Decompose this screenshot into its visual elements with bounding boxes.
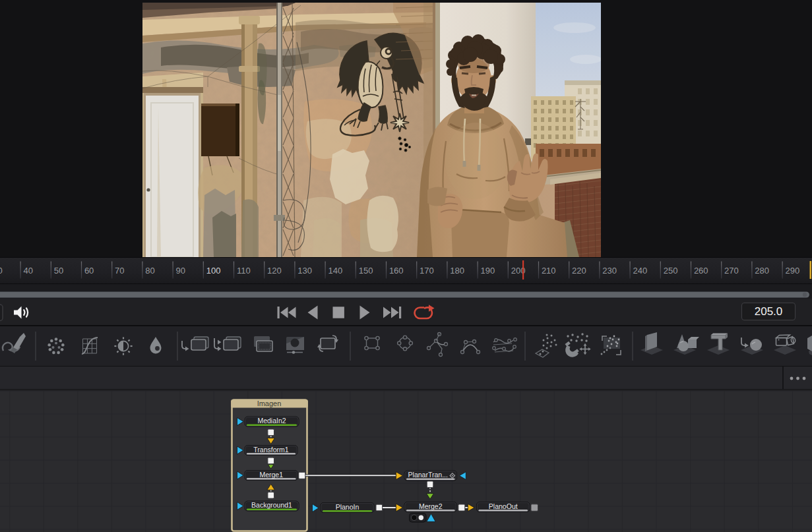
svg-text:230: 230 xyxy=(602,266,617,276)
svg-text:210: 210 xyxy=(542,266,556,276)
svg-text:160: 160 xyxy=(389,266,404,276)
svg-text:110: 110 xyxy=(237,266,251,276)
svg-text:PlanoIn: PlanoIn xyxy=(336,503,359,511)
svg-text:120: 120 xyxy=(267,266,282,276)
svg-text:240: 240 xyxy=(633,266,648,276)
svg-text:Transform1: Transform1 xyxy=(253,446,288,454)
svg-text:250: 250 xyxy=(664,266,678,276)
svg-text:90: 90 xyxy=(176,266,185,276)
svg-text:280: 280 xyxy=(755,266,769,276)
svg-text:290: 290 xyxy=(786,266,800,276)
svg-text:60: 60 xyxy=(84,266,94,276)
svg-text:100: 100 xyxy=(206,266,221,276)
svg-text:80: 80 xyxy=(145,266,154,276)
svg-text:190: 190 xyxy=(481,266,495,276)
svg-text:Background1: Background1 xyxy=(251,501,292,509)
svg-text:PlanoOut: PlanoOut xyxy=(489,502,518,510)
svg-text:260: 260 xyxy=(694,266,708,276)
svg-text:Merge1: Merge1 xyxy=(259,471,283,479)
svg-text:140: 140 xyxy=(328,266,343,276)
svg-text:130: 130 xyxy=(297,266,312,276)
svg-text:150: 150 xyxy=(359,266,373,276)
svg-text:50: 50 xyxy=(54,266,63,276)
svg-text:170: 170 xyxy=(420,266,434,276)
svg-text:Imagen: Imagen xyxy=(257,399,282,407)
svg-text:180: 180 xyxy=(450,266,464,276)
svg-text:220: 220 xyxy=(572,266,586,276)
svg-text:MediaIn2: MediaIn2 xyxy=(257,417,286,425)
svg-text:PlanarTran...: PlanarTran... xyxy=(408,471,448,479)
svg-text:70: 70 xyxy=(115,266,124,276)
svg-text:Merge2: Merge2 xyxy=(419,502,443,510)
svg-text:30: 30 xyxy=(0,266,3,276)
svg-text:270: 270 xyxy=(724,266,739,276)
svg-text:40: 40 xyxy=(24,266,33,276)
